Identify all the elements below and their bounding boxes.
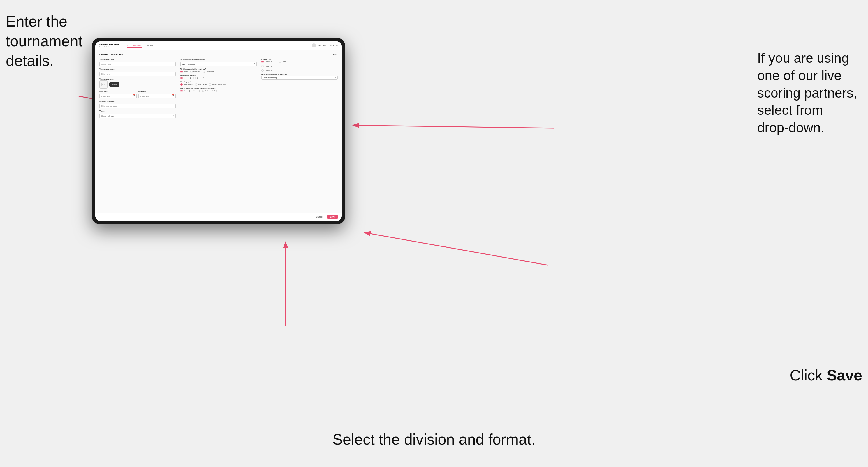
- tablet-device: SCOREBOARD Powered by Clippit TOURNAMENT…: [92, 38, 345, 224]
- venue-group: Venue Search golf club: [99, 110, 176, 118]
- format-5count4-radio[interactable]: [261, 61, 264, 63]
- nav-teams[interactable]: TEAMS: [147, 43, 154, 48]
- api-clear-button[interactable]: ×: [335, 76, 336, 79]
- tablet-screen: SCOREBOARD Powered by Clippit TOURNAMENT…: [95, 41, 342, 221]
- form-col-left: Tournament Host ⌄ Tournament name Tourna…: [99, 58, 176, 120]
- rounds-group: Number of rounds 1 2: [180, 74, 257, 79]
- rounds-4-radio[interactable]: [200, 77, 202, 79]
- page-header: Create Tournament ‹ Back: [99, 53, 338, 56]
- format-other-label: Other: [282, 61, 286, 63]
- tournament-name-input[interactable]: [99, 72, 176, 76]
- page-title: Create Tournament: [99, 53, 123, 56]
- rounds-1-label: 1: [184, 77, 184, 79]
- end-date-input[interactable]: [138, 94, 176, 98]
- scoring-medal-match[interactable]: Medal Match Play: [209, 83, 226, 86]
- logo-upload-area: Upload: [99, 81, 176, 89]
- nav-tournaments[interactable]: TOURNAMENTS: [127, 43, 143, 48]
- gender-combined-radio[interactable]: [203, 70, 205, 73]
- annotation-bottom-center: Select the division and format.: [333, 430, 535, 449]
- gender-radio-group: Mens Womens Combined: [180, 70, 257, 73]
- rounds-3-label: 3: [197, 77, 197, 79]
- user-avatar: [312, 43, 316, 48]
- gender-womens-radio[interactable]: [190, 70, 193, 73]
- form-col-right: Format type 5 count 4 6 count 4: [261, 58, 338, 120]
- division-label: Which division is the event for?: [180, 58, 257, 60]
- venue-select[interactable]: Search golf club: [99, 114, 176, 118]
- form-grid: Tournament Host ⌄ Tournament name Tourna…: [99, 58, 338, 120]
- start-date-input[interactable]: [99, 94, 137, 98]
- brand-sub: Powered by Clippit: [99, 46, 119, 48]
- rounds-4[interactable]: 4: [200, 77, 204, 79]
- api-label: Use third-party live scoring API?: [261, 73, 338, 75]
- event-teams-radio[interactable]: [180, 90, 183, 92]
- tournament-host-group: Tournament Host ⌄: [99, 58, 176, 66]
- format-col-left: 5 count 4 6 count 4 6 count 5: [261, 61, 272, 72]
- rounds-2-radio[interactable]: [187, 77, 189, 79]
- division-group: Which division is the event for? NCAA Di…: [180, 58, 257, 66]
- brand-logo: SCOREBOARD Powered by Clippit: [99, 43, 119, 48]
- rounds-2-label: 2: [190, 77, 191, 79]
- back-link[interactable]: ‹ Back: [332, 54, 338, 56]
- signout-link[interactable]: Sign out: [330, 44, 338, 46]
- gender-label: Which gender is the event for?: [180, 68, 257, 70]
- format-options-container: 5 count 4 6 count 4 6 count 5: [261, 61, 338, 72]
- gender-mens-radio[interactable]: [180, 70, 183, 73]
- venue-wrapper: Search golf club: [99, 113, 176, 118]
- scoring-medal-radio[interactable]: [209, 83, 211, 86]
- navbar: SCOREBOARD Powered by Clippit TOURNAMENT…: [95, 41, 342, 50]
- user-name: Test User: [318, 44, 326, 46]
- scoring-match[interactable]: Match Play: [195, 83, 207, 86]
- format-6count5-radio[interactable]: [261, 69, 264, 72]
- tournament-name-group: Tournament name: [99, 68, 176, 76]
- cancel-button[interactable]: Cancel: [314, 215, 325, 219]
- rounds-1-radio[interactable]: [180, 77, 183, 79]
- scoring-group: Scoring system Stroke Play Match Play: [180, 81, 257, 86]
- gender-mens-label: Mens: [184, 71, 188, 72]
- gender-group: Which gender is the event for? Mens Wome…: [180, 68, 257, 73]
- annotation-bottom-right: Click Save: [789, 366, 862, 385]
- calendar-end-icon: 📅: [172, 94, 175, 97]
- rounds-3-radio[interactable]: [193, 77, 196, 79]
- scoring-match-radio[interactable]: [195, 83, 197, 86]
- gender-mens[interactable]: Mens: [180, 70, 188, 73]
- api-section: Use third-party live scoring API? Leader…: [261, 73, 338, 80]
- format-6count5-label: 6 count 5: [265, 70, 272, 71]
- event-individuals-label: Individuals Only: [205, 90, 217, 92]
- format-6count5[interactable]: 6 count 5: [261, 69, 272, 72]
- gender-combined[interactable]: Combined: [203, 70, 214, 73]
- format-6count4-radio[interactable]: [261, 65, 264, 67]
- tournament-host-input[interactable]: [99, 62, 176, 66]
- date-row: Start date 📅 End date 📅: [99, 90, 176, 98]
- scoring-stroke-label: Stroke Play: [184, 84, 193, 85]
- end-date-label: End date: [138, 90, 176, 92]
- annotation-top-right: If you are using one of our live scoring…: [757, 50, 862, 137]
- event-individuals[interactable]: Individuals Only: [202, 90, 217, 92]
- format-other-radio[interactable]: [279, 61, 281, 63]
- event-teams-label: Teams (+Individuals): [184, 90, 199, 92]
- rounds-3[interactable]: 3: [193, 77, 197, 79]
- format-5count4[interactable]: 5 count 4: [261, 61, 272, 63]
- scoring-stroke-radio[interactable]: [180, 83, 183, 86]
- gender-womens[interactable]: Womens: [190, 70, 200, 73]
- rounds-1[interactable]: 1: [180, 77, 184, 79]
- event-individuals-radio[interactable]: [202, 90, 204, 92]
- sponsor-group: Sponsor (optional): [99, 100, 176, 108]
- format-6count4[interactable]: 6 count 4: [261, 65, 272, 67]
- venue-label: Venue: [99, 110, 176, 112]
- event-teams[interactable]: Teams (+Individuals): [180, 90, 199, 92]
- nav-user: Test User | Sign out: [312, 43, 338, 48]
- api-value: Leaderboard King: [263, 77, 277, 79]
- rounds-2[interactable]: 2: [187, 77, 191, 79]
- sponsor-label: Sponsor (optional): [99, 100, 176, 102]
- rounds-label: Number of rounds: [180, 74, 257, 76]
- format-other[interactable]: Other: [279, 61, 286, 63]
- end-date-wrapper: 📅: [138, 93, 176, 98]
- upload-button[interactable]: Upload: [109, 83, 120, 87]
- format-6count4-label: 6 count 4: [265, 65, 272, 67]
- event-type-group: Is this event for Teams and/or Individua…: [180, 87, 257, 92]
- division-select[interactable]: NCAA Division I: [180, 62, 257, 66]
- tournament-logo-label: Tournament logo: [99, 78, 176, 80]
- save-button[interactable]: Save: [327, 215, 338, 219]
- scoring-stroke[interactable]: Stroke Play: [180, 83, 193, 86]
- sponsor-input[interactable]: [99, 104, 176, 108]
